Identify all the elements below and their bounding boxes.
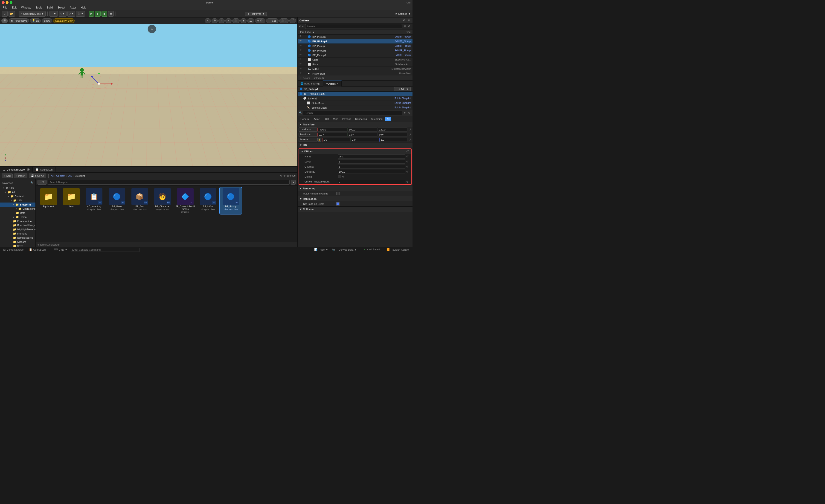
- pause-btn[interactable]: ⏸: [95, 11, 100, 17]
- asset-ac-inventory[interactable]: 📋 BP AC_Inventory Blueprint Class: [83, 187, 105, 214]
- outliner-settings-icon2[interactable]: ⚙: [407, 25, 411, 28]
- vp-tool-move[interactable]: ✛: [212, 18, 218, 23]
- tree-data[interactable]: 📁 Data: [0, 211, 35, 215]
- details-gear-icon[interactable]: ⚙: [407, 111, 411, 115]
- content-browser-close-btn[interactable]: ✕: [27, 168, 30, 171]
- asset-bp-intarr[interactable]: 🔵 BP BP_IntArr Blueprint Class: [197, 187, 219, 214]
- new-level-btn[interactable]: 🗋: [2, 11, 8, 17]
- vp-tool-camera[interactable]: 🎥: [232, 18, 240, 23]
- rotation-x[interactable]: [317, 133, 347, 137]
- trace-btn[interactable]: 📊 Trace ▼: [313, 247, 329, 252]
- cb-settings-btn[interactable]: ⚙ ⚙ Settings: [280, 174, 296, 177]
- close-window-btn[interactable]: [2, 1, 5, 4]
- component-skeletal-mesh[interactable]: 🦴 SkeletalMesh Edit in Blueprint: [298, 105, 412, 110]
- filter-lod[interactable]: LOD: [322, 117, 331, 121]
- vp-maximize[interactable]: ⛶: [289, 18, 296, 23]
- filter-streaming[interactable]: Streaming: [369, 117, 384, 121]
- cb-save-all-btn[interactable]: 💾 Save All: [29, 174, 46, 178]
- outliner-row-floor[interactable]: 👁 ⬜ Floor StaticMeshAc...: [298, 62, 412, 67]
- camera-btn[interactable]: 🎥▼: [76, 11, 85, 17]
- outliner-row-bp5[interactable]: 👁 🔵 BP_Pickup5 Edit BP_Pickup: [298, 44, 412, 48]
- outliner-col-label[interactable]: Item Label ▲: [299, 30, 376, 33]
- menu-tools[interactable]: Tools: [35, 6, 43, 10]
- derived-data-btn[interactable]: Derived Data ▼: [337, 247, 358, 252]
- revision-control-btn[interactable]: 🔀 Revision Control: [385, 247, 410, 252]
- tree-all[interactable]: ▼ 📁 All: [0, 190, 35, 194]
- location-y[interactable]: [348, 128, 377, 132]
- skeletal-mesh-edit-link[interactable]: Edit in Blueprint: [394, 106, 410, 109]
- cmd-btn[interactable]: ⌨ Cmd ▼: [53, 247, 69, 252]
- vp-tool-scale[interactable]: ⤢: [225, 18, 232, 23]
- eye-icon-bp6[interactable]: 👁: [299, 49, 303, 53]
- asset-bp-dynamic-postprocess[interactable]: 🔷 S BP_DynamicPostProcess Structure: [174, 187, 196, 214]
- filter-actor[interactable]: Actor: [312, 117, 321, 121]
- menu-actor[interactable]: Actor: [69, 6, 77, 10]
- lit-btn[interactable]: 💡 Lit: [30, 18, 41, 23]
- eye-icon-bp7[interactable]: 👁: [299, 54, 303, 57]
- breadcrumb-all[interactable]: All: [51, 174, 54, 177]
- minimize-window-btn[interactable]: [6, 1, 8, 4]
- filter-rendering[interactable]: Rendering: [353, 117, 369, 121]
- menu-build[interactable]: Build: [46, 6, 54, 10]
- cb-add-btn[interactable]: + Add: [2, 174, 13, 178]
- tree-highlight[interactable]: 📁 HighlightMeterial: [0, 227, 35, 232]
- scale-z[interactable]: [379, 138, 407, 142]
- outliner-row-bp4[interactable]: 👁 🔵 BP_Pickup4 Edit BP_Pickup: [298, 39, 412, 44]
- transform-section-header[interactable]: ▼ Transform: [298, 122, 412, 127]
- menu-file[interactable]: File: [2, 6, 8, 10]
- rendering-section-header[interactable]: ▼ Rendering: [298, 186, 412, 191]
- vp-tool-rotate[interactable]: ↻: [218, 18, 225, 23]
- tree-interface[interactable]: 📁 Interface: [0, 232, 35, 236]
- tree-save[interactable]: 📁 Save: [0, 244, 35, 247]
- prop-level-input[interactable]: [338, 160, 405, 164]
- tree-character-thumb[interactable]: ▶ 📁 CharacterThumb: [0, 207, 35, 211]
- collision-section-header[interactable]: ▼ Collision: [298, 207, 412, 212]
- details-bookmark-icon[interactable]: ★: [403, 111, 406, 115]
- outliner-search-input[interactable]: [305, 24, 402, 29]
- world-settings-tab[interactable]: 🌐 World Settings: [298, 81, 323, 87]
- static-mesh-edit-link[interactable]: Edit in Blueprint: [394, 102, 410, 104]
- net-load-checkbox[interactable]: ✓: [336, 202, 340, 205]
- details-tab[interactable]: ✏ Details ✕: [323, 81, 342, 87]
- dbitem-header[interactable]: ▼ DBItem ↺: [299, 149, 411, 154]
- sphere1-edit-link[interactable]: Edit in Blueprint: [394, 97, 410, 100]
- viewport-hamburger-btn[interactable]: ☰: [1, 18, 8, 23]
- breadcrumb-content[interactable]: Content: [56, 174, 65, 177]
- location-z[interactable]: [378, 128, 407, 132]
- filter-general[interactable]: General: [299, 117, 311, 121]
- 3d-viewport[interactable]: ⊕ Z Y X: [0, 24, 297, 166]
- prop-delete-reset[interactable]: ↺: [342, 175, 345, 179]
- vp-tool-select[interactable]: ↖: [205, 18, 211, 23]
- details-search-input[interactable]: [303, 111, 402, 115]
- vp-grid-snap-value[interactable]: 10: [247, 18, 254, 23]
- scale-y[interactable]: [351, 138, 379, 142]
- prop-durability-reset[interactable]: ↺: [405, 170, 409, 174]
- outliner-view-icon[interactable]: ⊞: [403, 25, 407, 28]
- scale-reset[interactable]: ↺: [408, 138, 411, 142]
- menu-edit[interactable]: Edit: [11, 6, 17, 10]
- vp-surface-snap[interactable]: ⊞: [240, 18, 246, 23]
- open-level-btn[interactable]: 📂: [8, 11, 15, 17]
- prop-name-input[interactable]: [338, 154, 405, 159]
- outliner-filter-icon[interactable]: ⚙▼: [299, 25, 304, 28]
- menu-help[interactable]: Help: [80, 6, 87, 10]
- rotation-y[interactable]: [348, 133, 377, 137]
- tree-function-library[interactable]: 📁 FunctionLibrary: [0, 223, 35, 227]
- outliner-row-bp6[interactable]: 👁 🔵 BP_Pickup6 Edit BP_Pickup: [298, 48, 412, 53]
- outliner-close-btn[interactable]: ✕: [407, 19, 410, 22]
- filter-all[interactable]: All: [385, 117, 391, 121]
- rotation-dropdown[interactable]: Rotation ▼: [299, 133, 317, 137]
- asset-bp-character[interactable]: 🧑 BP BP_Character Blueprint Class: [151, 187, 173, 214]
- settings-btn[interactable]: ⚙ Settings ▼: [395, 12, 410, 15]
- eye-icon-bp4[interactable]: 👁: [299, 39, 303, 43]
- scalability-btn[interactable]: Scalability: Low: [53, 18, 75, 23]
- asset-bp-pickup[interactable]: 🔵 BP BP_Pickup Blueprint Class: [220, 187, 242, 214]
- platforms-btn[interactable]: 🖥 Platforms ▼: [245, 12, 267, 16]
- asset-equipment[interactable]: 📁 Equipment: [38, 187, 59, 214]
- content-browser-tab[interactable]: 🗂 Content Browser ✕: [0, 167, 33, 173]
- play-btn[interactable]: ▶: [89, 11, 94, 17]
- breadcrumb-uis[interactable]: UIS: [68, 174, 72, 177]
- tree-item-resource[interactable]: 📁 ItemResource: [0, 236, 35, 240]
- search-blueprint-input[interactable]: [48, 180, 290, 185]
- vp-camera-speed[interactable]: 🎥 1: [279, 18, 289, 23]
